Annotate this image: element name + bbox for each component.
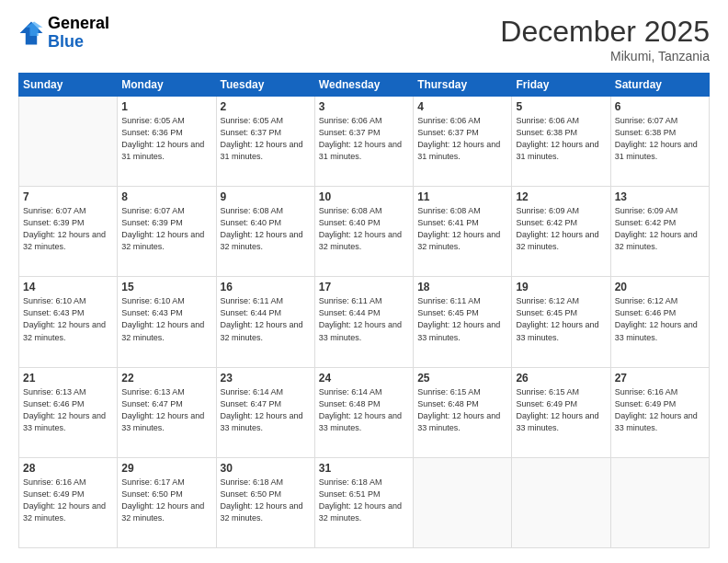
page: General Blue December 2025 Mikumi, Tanza… — [0, 0, 728, 563]
cell-info: Sunrise: 6:18 AMSunset: 6:51 PMDaylight:… — [319, 477, 402, 523]
day-number: 10 — [319, 190, 409, 203]
calendar-cell: 21 Sunrise: 6:13 AMSunset: 6:46 PMDaylig… — [19, 367, 118, 457]
day-number: 25 — [417, 372, 507, 385]
calendar-cell: 30 Sunrise: 6:18 AMSunset: 6:50 PMDaylig… — [216, 457, 314, 547]
calendar-cell: 15 Sunrise: 6:10 AMSunset: 6:43 PMDaylig… — [118, 277, 216, 367]
calendar-cell: 6 Sunrise: 6:07 AMSunset: 6:38 PMDayligh… — [610, 97, 709, 187]
day-number: 29 — [121, 462, 211, 475]
month-title: December 2025 — [500, 15, 710, 49]
logo-general: General — [48, 15, 109, 33]
day-number: 23 — [221, 372, 311, 385]
cell-info: Sunrise: 6:05 AMSunset: 6:37 PMDaylight:… — [221, 116, 303, 161]
day-number: 7 — [23, 190, 113, 203]
cell-info: Sunrise: 6:13 AMSunset: 6:47 PMDaylight:… — [121, 387, 204, 432]
calendar-cell: 7 Sunrise: 6:07 AMSunset: 6:39 PMDayligh… — [19, 187, 118, 277]
calendar-cell: 26 Sunrise: 6:15 AMSunset: 6:49 PMDaylig… — [512, 367, 610, 457]
calendar-cell — [19, 97, 118, 187]
cell-info: Sunrise: 6:11 AMSunset: 6:44 PMDaylight:… — [319, 296, 402, 341]
calendar-cell: 28 Sunrise: 6:16 AMSunset: 6:49 PMDaylig… — [19, 457, 118, 547]
col-thursday: Thursday — [414, 74, 512, 97]
calendar-cell: 23 Sunrise: 6:14 AMSunset: 6:47 PMDaylig… — [216, 367, 314, 457]
cell-info: Sunrise: 6:10 AMSunset: 6:43 PMDaylight:… — [23, 296, 106, 341]
cell-info: Sunrise: 6:09 AMSunset: 6:42 PMDaylight:… — [615, 206, 698, 251]
calendar-cell: 4 Sunrise: 6:06 AMSunset: 6:37 PMDayligh… — [414, 97, 512, 187]
day-number: 4 — [417, 100, 507, 113]
cell-info: Sunrise: 6:11 AMSunset: 6:44 PMDaylight:… — [221, 296, 303, 341]
title-section: December 2025 Mikumi, Tanzania — [500, 15, 710, 63]
cell-info: Sunrise: 6:05 AMSunset: 6:36 PMDaylight:… — [121, 116, 204, 161]
day-number: 5 — [516, 100, 606, 113]
cell-info: Sunrise: 6:12 AMSunset: 6:45 PMDaylight:… — [516, 296, 598, 341]
day-number: 15 — [121, 281, 211, 293]
calendar-cell: 24 Sunrise: 6:14 AMSunset: 6:48 PMDaylig… — [314, 367, 413, 457]
cell-info: Sunrise: 6:07 AMSunset: 6:39 PMDaylight:… — [23, 206, 106, 251]
day-number: 19 — [516, 281, 606, 293]
cell-info: Sunrise: 6:06 AMSunset: 6:37 PMDaylight:… — [319, 116, 402, 161]
cell-info: Sunrise: 6:13 AMSunset: 6:46 PMDaylight:… — [23, 387, 106, 432]
cell-info: Sunrise: 6:08 AMSunset: 6:40 PMDaylight:… — [319, 206, 402, 251]
calendar-cell: 9 Sunrise: 6:08 AMSunset: 6:40 PMDayligh… — [216, 187, 314, 277]
day-number: 18 — [417, 281, 507, 293]
calendar-body: 1 Sunrise: 6:05 AMSunset: 6:36 PMDayligh… — [19, 97, 710, 548]
calendar-table: Sunday Monday Tuesday Wednesday Thursday… — [18, 73, 710, 548]
day-number: 24 — [319, 372, 409, 385]
day-number: 30 — [221, 462, 311, 475]
day-number: 21 — [23, 372, 113, 385]
location: Mikumi, Tanzania — [500, 49, 710, 63]
cell-info: Sunrise: 6:15 AMSunset: 6:49 PMDaylight:… — [516, 387, 598, 432]
calendar-week-4: 28 Sunrise: 6:16 AMSunset: 6:49 PMDaylig… — [19, 457, 710, 547]
day-number: 26 — [516, 372, 606, 385]
col-sunday: Sunday — [19, 74, 118, 97]
header: General Blue December 2025 Mikumi, Tanza… — [18, 15, 710, 63]
day-number: 6 — [615, 100, 705, 113]
calendar-cell: 8 Sunrise: 6:07 AMSunset: 6:39 PMDayligh… — [118, 187, 216, 277]
calendar-week-2: 14 Sunrise: 6:10 AMSunset: 6:43 PMDaylig… — [19, 277, 710, 367]
cell-info: Sunrise: 6:16 AMSunset: 6:49 PMDaylight:… — [23, 477, 106, 523]
day-number: 27 — [615, 372, 705, 385]
calendar-header: Sunday Monday Tuesday Wednesday Thursday… — [19, 74, 710, 97]
day-number: 13 — [615, 190, 705, 203]
day-number: 8 — [121, 190, 211, 203]
calendar-cell: 18 Sunrise: 6:11 AMSunset: 6:45 PMDaylig… — [414, 277, 512, 367]
col-monday: Monday — [118, 74, 216, 97]
day-number: 20 — [615, 281, 705, 293]
calendar-cell: 12 Sunrise: 6:09 AMSunset: 6:42 PMDaylig… — [512, 187, 610, 277]
calendar-cell: 14 Sunrise: 6:10 AMSunset: 6:43 PMDaylig… — [19, 277, 118, 367]
cell-info: Sunrise: 6:14 AMSunset: 6:48 PMDaylight:… — [319, 387, 402, 432]
calendar-cell: 22 Sunrise: 6:13 AMSunset: 6:47 PMDaylig… — [118, 367, 216, 457]
day-number: 2 — [221, 100, 311, 113]
calendar-cell: 3 Sunrise: 6:06 AMSunset: 6:37 PMDayligh… — [314, 97, 413, 187]
day-number: 31 — [319, 462, 409, 475]
cell-info: Sunrise: 6:08 AMSunset: 6:41 PMDaylight:… — [417, 206, 500, 251]
calendar-cell: 5 Sunrise: 6:06 AMSunset: 6:38 PMDayligh… — [512, 97, 610, 187]
calendar-cell: 10 Sunrise: 6:08 AMSunset: 6:40 PMDaylig… — [314, 187, 413, 277]
cell-info: Sunrise: 6:07 AMSunset: 6:38 PMDaylight:… — [615, 116, 698, 161]
cell-info: Sunrise: 6:06 AMSunset: 6:38 PMDaylight:… — [516, 116, 598, 161]
day-number: 17 — [319, 281, 409, 293]
calendar-cell: 25 Sunrise: 6:15 AMSunset: 6:48 PMDaylig… — [414, 367, 512, 457]
day-number: 14 — [23, 281, 113, 293]
day-number: 11 — [417, 190, 507, 203]
calendar-cell: 31 Sunrise: 6:18 AMSunset: 6:51 PMDaylig… — [314, 457, 413, 547]
calendar-cell: 20 Sunrise: 6:12 AMSunset: 6:46 PMDaylig… — [610, 277, 709, 367]
cell-info: Sunrise: 6:16 AMSunset: 6:49 PMDaylight:… — [615, 387, 698, 432]
calendar-cell: 17 Sunrise: 6:11 AMSunset: 6:44 PMDaylig… — [314, 277, 413, 367]
calendar-cell: 2 Sunrise: 6:05 AMSunset: 6:37 PMDayligh… — [216, 97, 314, 187]
col-saturday: Saturday — [610, 74, 709, 97]
header-row: Sunday Monday Tuesday Wednesday Thursday… — [19, 74, 710, 97]
calendar-cell: 16 Sunrise: 6:11 AMSunset: 6:44 PMDaylig… — [216, 277, 314, 367]
col-tuesday: Tuesday — [216, 74, 314, 97]
cell-info: Sunrise: 6:18 AMSunset: 6:50 PMDaylight:… — [221, 477, 303, 523]
cell-info: Sunrise: 6:10 AMSunset: 6:43 PMDaylight:… — [121, 296, 204, 341]
logo-blue: Blue — [48, 33, 109, 52]
cell-info: Sunrise: 6:07 AMSunset: 6:39 PMDaylight:… — [121, 206, 204, 251]
calendar-cell: 1 Sunrise: 6:05 AMSunset: 6:36 PMDayligh… — [118, 97, 216, 187]
calendar-cell: 19 Sunrise: 6:12 AMSunset: 6:45 PMDaylig… — [512, 277, 610, 367]
calendar-week-0: 1 Sunrise: 6:05 AMSunset: 6:36 PMDayligh… — [19, 97, 710, 187]
cell-info: Sunrise: 6:06 AMSunset: 6:37 PMDaylight:… — [417, 116, 500, 161]
calendar-week-1: 7 Sunrise: 6:07 AMSunset: 6:39 PMDayligh… — [19, 187, 710, 277]
day-number: 28 — [23, 462, 113, 475]
cell-info: Sunrise: 6:12 AMSunset: 6:46 PMDaylight:… — [615, 296, 698, 341]
logo-text: General Blue — [48, 15, 109, 52]
calendar-week-3: 21 Sunrise: 6:13 AMSunset: 6:46 PMDaylig… — [19, 367, 710, 457]
